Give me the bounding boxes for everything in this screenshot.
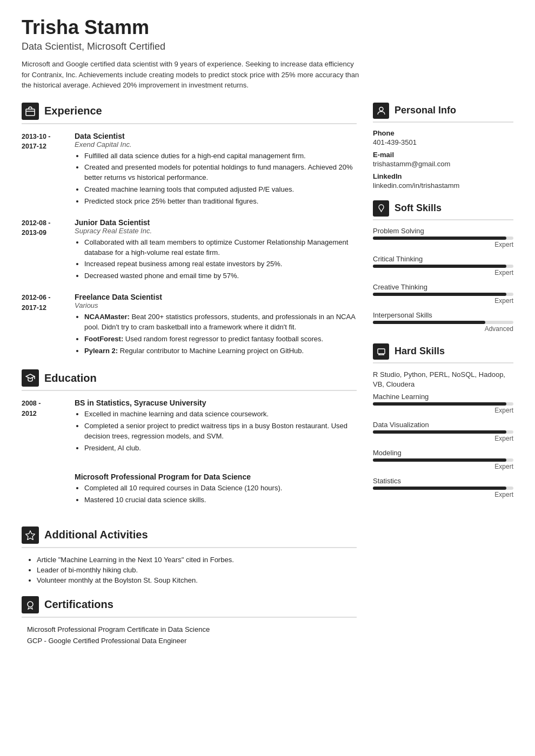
- personal-info-label: Personal Info: [394, 105, 456, 116]
- hard-skills-section: Hard Skills R Studio, Python, PERL, NoSQ…: [373, 343, 513, 498]
- activities-icon: [22, 526, 39, 544]
- exp-bullet: Predicted stock price 25% better than tr…: [84, 197, 357, 207]
- exp-bullet: Fulfilled all data science duties for a …: [84, 151, 357, 161]
- edu-bullet: Completed a senior project to predict wa…: [84, 421, 357, 442]
- svg-point-4: [28, 602, 33, 607]
- exp-bullets: Collaborated with all team members to op…: [75, 238, 357, 281]
- info-value: trishastamm@gmail.com: [373, 160, 513, 168]
- skill-bar-bg: [373, 402, 513, 406]
- exp-bullet: Pylearn 2: Regular contributor to Machin…: [84, 346, 357, 356]
- skill-level: Expert: [373, 269, 513, 276]
- skill-name: Creative Thinking: [373, 283, 513, 291]
- personal-info-fields: Phone401-439-3501E-mailtrishastamm@gmail…: [373, 129, 513, 190]
- soft-skills-label: Soft Skills: [394, 202, 442, 214]
- skill-name: Data Visualization: [373, 421, 513, 429]
- activities-list: Article "Machine Learning in the Next 10…: [22, 556, 357, 584]
- skill-row: Data VisualizationExpert: [373, 421, 513, 442]
- exp-content: Data ScientistExend Capital Inc.Fulfille…: [75, 132, 357, 208]
- skill-name: Problem Solving: [373, 227, 513, 235]
- exp-company: Exend Capital Inc.: [75, 140, 357, 148]
- edu-title: BS in Statistics, Syracuse University: [75, 399, 357, 407]
- exp-bullet: Decreased wasted phone and email time by…: [84, 271, 357, 281]
- skill-row: Machine LearningExpert: [373, 393, 513, 414]
- activities-label: Additional Activities: [44, 529, 148, 541]
- edu-date: 2008 -2012: [22, 399, 65, 462]
- experience-header: Experience: [22, 103, 357, 124]
- certifications-list: Microsoft Professional Program Certifica…: [22, 625, 357, 645]
- header: Trisha Stamm Data Scientist, Microsoft C…: [22, 16, 513, 91]
- education-list: 2008 -2012BS in Statistics, Syracuse Uni…: [22, 399, 357, 514]
- personal-info-icon: [373, 103, 389, 119]
- experience-item: 2013-10 -2017-12Data ScientistExend Capi…: [22, 132, 357, 208]
- experience-item: 2012-08 -2013-09Junior Data ScientistSup…: [22, 218, 357, 283]
- right-column: Personal Info Phone401-439-3501E-mailtri…: [373, 103, 513, 657]
- skill-bar-bg: [373, 487, 513, 490]
- skill-row: Creative ThinkingExpert: [373, 283, 513, 305]
- exp-bullet: Created machine learning tools that comp…: [84, 185, 357, 195]
- certification-item: GCP - Google Certified Professional Data…: [22, 637, 357, 645]
- skill-level: Expert: [373, 491, 513, 498]
- exp-job-title: Junior Data Scientist: [75, 218, 357, 227]
- activity-bullet: Leader of bi-monthly hiking club.: [37, 566, 357, 574]
- edu-content: Microsoft Professional Program for Data …: [75, 473, 357, 507]
- exp-content: Freelance Data ScientistVariousNCAAMaste…: [75, 293, 357, 357]
- activity-bullet: Article "Machine Learning in the Next 10…: [37, 556, 357, 564]
- skill-level: Expert: [373, 435, 513, 442]
- hard-skills-icon: [373, 343, 389, 360]
- edu-bullets: Excelled in machine learning and data sc…: [75, 409, 357, 453]
- edu-bullet: President, AI club.: [84, 443, 357, 454]
- skill-name: Statistics: [373, 477, 513, 485]
- skill-level: Advanced: [373, 325, 513, 333]
- skill-name: Critical Thinking: [373, 255, 513, 263]
- skill-row: ModelingExpert: [373, 449, 513, 470]
- skill-bar-bg: [373, 237, 513, 240]
- candidate-name: Trisha Stamm: [22, 16, 513, 39]
- activity-bullet: Volunteer monthly at the Boylston St. So…: [37, 576, 357, 584]
- skill-bar-fill: [373, 321, 485, 324]
- certifications-header: Certifications: [22, 596, 357, 618]
- experience-item: 2012-06 -2017-12Freelance Data Scientist…: [22, 293, 357, 357]
- skill-level: Expert: [373, 463, 513, 470]
- education-icon: [22, 369, 39, 387]
- skill-row: Problem SolvingExpert: [373, 227, 513, 248]
- skill-bar-bg: [373, 265, 513, 268]
- soft-skills-header: Soft Skills: [373, 200, 513, 220]
- skill-level: Expert: [373, 297, 513, 305]
- education-item: Microsoft Professional Program for Data …: [22, 473, 357, 515]
- experience-list: 2013-10 -2017-12Data ScientistExend Capi…: [22, 132, 357, 358]
- info-value: linkedin.com/in/trishastamm: [373, 181, 513, 190]
- activities-header: Additional Activities: [22, 526, 357, 548]
- exp-content: Junior Data ScientistSupracy Real Estate…: [75, 218, 357, 283]
- candidate-title: Data Scientist, Microsoft Certified: [22, 41, 513, 52]
- skill-row: Critical ThinkingExpert: [373, 255, 513, 276]
- personal-info-section: Personal Info Phone401-439-3501E-mailtri…: [373, 103, 513, 190]
- exp-job-title: Freelance Data Scientist: [75, 293, 357, 301]
- certification-item: Microsoft Professional Program Certifica…: [22, 625, 357, 633]
- skill-level: Expert: [373, 241, 513, 248]
- skill-name: Interpersonal Skills: [373, 311, 513, 319]
- svg-point-5: [379, 107, 383, 111]
- skill-bar-bg: [373, 430, 513, 434]
- info-label: LinkedIn: [373, 172, 513, 180]
- certifications-section: Certifications Microsoft Professional Pr…: [22, 596, 357, 645]
- certifications-label: Certifications: [44, 598, 113, 611]
- hard-skills-header: Hard Skills: [373, 343, 513, 363]
- skill-bar-fill: [373, 293, 506, 296]
- hard-skills-tools: R Studio, Python, PERL, NoSQL, Hadoop, V…: [373, 370, 513, 389]
- skill-bar-bg: [373, 321, 513, 324]
- edu-bullet: Completed all 10 required courses in Dat…: [84, 483, 357, 494]
- exp-bullet: FootForest: Used random forest regressor…: [84, 334, 357, 345]
- info-label: Phone: [373, 129, 513, 137]
- education-section: Education 2008 -2012BS in Statistics, Sy…: [22, 369, 357, 514]
- exp-bullet: NCAAMaster: Beat 200+ statistics profess…: [84, 312, 357, 333]
- svg-marker-3: [26, 531, 35, 540]
- experience-section: Experience 2013-10 -2017-12Data Scientis…: [22, 103, 357, 358]
- exp-company: Various: [75, 301, 357, 309]
- skill-bar-bg: [373, 458, 513, 462]
- hard-skills-list: Machine LearningExpertData Visualization…: [373, 393, 513, 498]
- skill-bar-fill: [373, 265, 506, 268]
- skill-bar-fill: [373, 487, 506, 490]
- svg-rect-6: [378, 349, 385, 354]
- edu-bullet: Mastered 10 crucial data science skills.: [84, 495, 357, 505]
- skill-level: Expert: [373, 407, 513, 414]
